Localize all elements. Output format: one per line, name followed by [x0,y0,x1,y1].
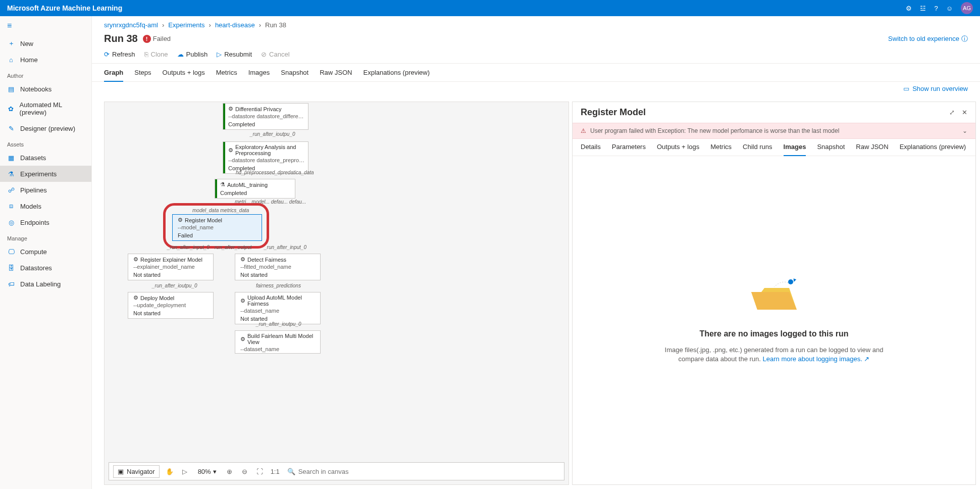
help-icon[interactable]: ? [934,5,938,12]
sidebar-item-pipelines[interactable]: ☍Pipelines [0,182,91,198]
node-detect-fairness[interactable]: ⚙Detect Fairness --fitted_model_name Not… [235,254,321,280]
node-automl-training[interactable]: ⚗AutoML_training Completed [215,179,295,199]
node-build-fairlearn[interactable]: ⚙Build Fairlearn Multi Model View --data… [235,330,321,354]
tab-metrics[interactable]: Metrics [216,69,237,81]
designer-icon: ✎ [7,124,15,132]
expand-icon[interactable]: ⤢ [949,109,955,116]
actual-size-icon[interactable]: 1:1 [270,466,280,476]
user-avatar[interactable]: AG [961,2,973,14]
compute-icon: 🖵 [7,248,15,256]
models-icon: ⧈ [7,202,15,210]
gear-icon: ⚙ [133,295,138,301]
canvas-search-input[interactable] [285,465,560,478]
sidebar-item-experiments[interactable]: ⚗Experiments [0,166,91,182]
node-eda[interactable]: ⚙Exploratory Analysis and Preprocessing … [223,141,308,174]
clone-icon: ⎘ [144,51,148,58]
dtab-rawjson[interactable]: Raw JSON [856,143,888,156]
dtab-images[interactable]: Images [784,143,806,156]
navigator-button[interactable]: ▣Navigator [113,465,160,478]
zoom-display[interactable]: 80%▾ [195,468,220,475]
sidebar-item-compute[interactable]: 🖵Compute [0,243,91,260]
fit-to-screen-icon[interactable]: ⛶ [255,466,265,476]
port-label: hd_preprocessed_dpredatica_data [236,170,314,175]
feedback-icon[interactable]: ☳ [920,5,926,12]
sidebar-item-datasets[interactable]: ▦Datasets [0,150,91,166]
close-icon[interactable]: ✕ [962,109,967,116]
warn-icon: ⚠ [581,127,586,134]
datastores-icon: 🗄 [7,264,15,272]
svg-point-0 [788,279,793,284]
cancel-button[interactable]: ⊘Cancel [261,51,289,58]
pan-tool[interactable]: ✋ [165,466,175,476]
tab-images[interactable]: Images [248,69,270,81]
labeling-icon: 🏷 [7,280,15,288]
tab-rawjson[interactable]: Raw JSON [320,69,352,81]
sidebar-item-datastores[interactable]: 🗄Datastores [0,260,91,276]
node-register-explainer[interactable]: ⚙Register Explainer Model --explainer_mo… [128,254,214,280]
empty-description: Image files(.jpg, .png, etc.) generated … [663,346,885,364]
empty-title: There are no images logged to this run [699,329,848,338]
sidebar-item-automl[interactable]: ✿Automated ML (preview) [0,97,91,120]
section-manage: Manage [0,230,91,243]
chevron-down-icon: ▾ [213,468,217,475]
port-label: metri... model... defau... defau... [235,199,306,205]
external-link-icon: ↗ [864,355,869,363]
gear-icon: ⚙ [240,336,245,343]
zoom-in-icon[interactable]: ⊕ [225,466,235,476]
learn-more-link[interactable]: Learn more about logging images. ↗ [763,355,870,363]
sidebar-item-new[interactable]: ＋New [0,35,91,52]
dtab-snapshot[interactable]: Snapshot [817,143,845,156]
dtab-metrics[interactable]: Metrics [710,143,732,156]
dtab-childruns[interactable]: Child runs [743,143,772,156]
smiley-icon[interactable]: ☺ [946,5,953,12]
chevron-down-icon[interactable]: ⌄ [962,127,967,134]
automl-icon: ✿ [7,105,15,113]
tab-steps[interactable]: Steps [134,69,151,81]
node-upload-fairness[interactable]: ⚙Upload AutoML Model Fairness --dataset_… [235,292,321,324]
dtab-explanations[interactable]: Explanations (preview) [900,143,966,156]
switch-old-experience[interactable]: Switch to old experienceⓘ [888,34,968,43]
tab-graph[interactable]: Graph [104,69,123,81]
select-tool[interactable]: ▷ [180,466,190,476]
sidebar-item-home[interactable]: ⌂Home [0,52,91,68]
pipeline-canvas[interactable]: ⚙Differential Privacy --datastore datast… [104,102,569,485]
tab-explanations[interactable]: Explanations (preview) [364,69,430,81]
gear-icon: ⚙ [240,298,245,304]
info-icon: ⓘ [961,34,968,43]
breadcrumb-workspace[interactable]: srynrxgdnc5fq-aml [104,21,158,29]
port-label: _run_after_input_0 [264,244,306,250]
status-failed: !Failed [143,35,171,43]
node-differential-privacy[interactable]: ⚙Differential Privacy --datastore datast… [223,103,308,130]
zoom-out-icon[interactable]: ⊖ [240,466,250,476]
overview-icon: ▭ [903,85,909,92]
breadcrumb-experiments[interactable]: Experiments [168,21,204,29]
tab-snapshot[interactable]: Snapshot [281,69,308,81]
show-overview[interactable]: ▭Show run overview [903,85,968,92]
gear-icon: ⚙ [133,256,138,263]
breadcrumb-experiment-name[interactable]: heart-disease [215,21,255,29]
navigator-icon: ▣ [118,468,124,475]
resubmit-button[interactable]: ▷Resubmit [217,51,252,58]
robot-icon: ⚗ [220,181,225,188]
port-label: _run_after_ioutpu_0 [250,131,295,137]
menu-toggle-icon[interactable]: ≡ [0,16,91,35]
sidebar-item-datalabeling[interactable]: 🏷Data Labeling [0,276,91,292]
refresh-icon: ⟳ [104,51,110,58]
dtab-parameters[interactable]: Parameters [612,143,646,156]
sidebar-item-endpoints[interactable]: ◎Endpoints [0,214,91,230]
dtab-outputs[interactable]: Outputs + logs [657,143,699,156]
sidebar-item-notebooks[interactable]: ▤Notebooks [0,81,91,97]
node-deploy-model[interactable]: ⚙Deploy Model --update_deployment Not st… [128,292,214,319]
node-register-model[interactable]: ⚙Register Model --model_name Failed [172,214,262,241]
clone-button[interactable]: ⎘Clone [144,51,168,58]
settings-icon[interactable]: ⚙ [906,5,912,12]
dtab-details[interactable]: Details [581,143,601,156]
port-label: _run_after_ioutpu_0 [152,283,197,288]
sidebar-item-models[interactable]: ⧈Models [0,198,91,214]
search-icon: 🔍 [287,468,295,475]
sidebar-item-designer[interactable]: ✎Designer (preview) [0,120,91,136]
refresh-button[interactable]: ⟳Refresh [104,51,135,58]
gear-icon: ⚙ [240,256,245,263]
publish-button[interactable]: ☁Publish [177,51,208,58]
tab-outputs[interactable]: Outputs + logs [163,69,205,81]
